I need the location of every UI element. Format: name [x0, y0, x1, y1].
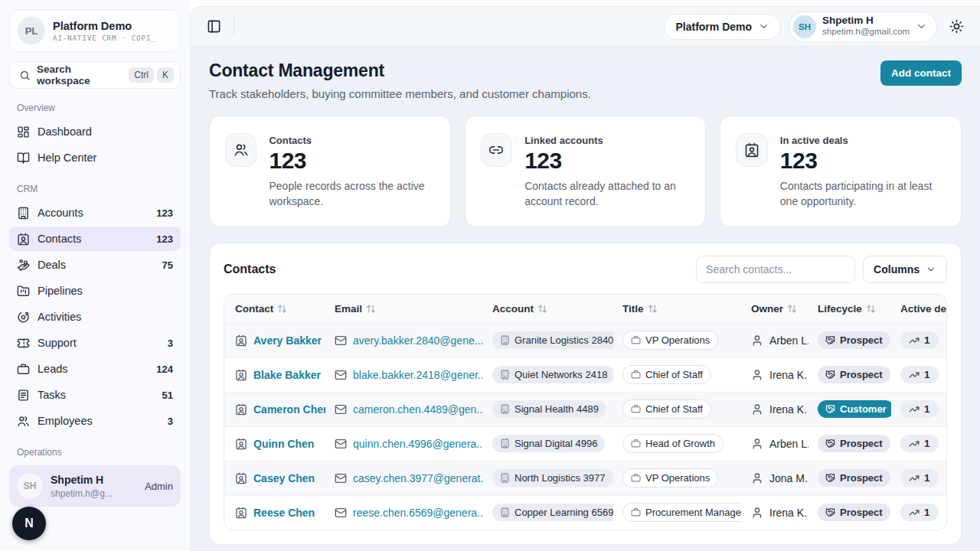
contact-link[interactable]: Reese Chen — [253, 507, 315, 519]
briefcase-icon — [631, 507, 641, 517]
sort-icon[interactable] — [866, 304, 876, 314]
page-subtitle: Track stakeholders, buying committee mem… — [209, 87, 591, 100]
trending-up-icon — [909, 473, 920, 484]
add-contact-button[interactable]: Add contact — [880, 60, 962, 86]
columns-button[interactable]: Columns — [863, 256, 947, 283]
building-icon — [500, 439, 510, 448]
main-panel: Platform Demo SH Shpetim H shpetim.h@gma… — [190, 6, 980, 551]
handshake-icon — [825, 439, 835, 448]
email-link[interactable]: reese.chen.6569@genera... — [353, 507, 483, 519]
sidebar-toggle-button[interactable] — [203, 16, 224, 37]
table-row: Quinn Chen quinn.chen.4996@genera... Sig… — [224, 426, 947, 461]
account-pill[interactable]: Signal Health 4489 — [492, 400, 606, 418]
stat-description: Contacts already attached to an account … — [524, 178, 690, 210]
sidebar-item-support[interactable]: Support 3 — [9, 331, 181, 355]
handshake-icon — [825, 404, 835, 414]
lifecycle-badge: Prospect — [818, 469, 890, 487]
sidebar-item-leads[interactable]: Leads 124 — [9, 357, 181, 381]
email-link[interactable]: avery.bakker.2840@gene... — [353, 334, 483, 347]
sidebar-item-employees[interactable]: Employees 3 — [9, 409, 181, 433]
lifecycle-badge: Prospect — [818, 331, 890, 349]
floating-n-button[interactable]: N — [12, 507, 46, 540]
search-icon — [19, 70, 31, 81]
building-icon — [500, 370, 510, 380]
building-icon — [17, 207, 30, 220]
sidebar-item-dashboard[interactable]: Dashboard — [9, 119, 181, 144]
contact-link[interactable]: Avery Bakker — [253, 334, 322, 347]
trending-up-icon — [909, 335, 920, 346]
sort-icon[interactable] — [537, 304, 547, 314]
briefcase-icon — [631, 439, 641, 448]
sort-icon[interactable] — [366, 304, 376, 314]
user-icon — [751, 334, 763, 347]
owner-name: Irena K. — [769, 507, 807, 519]
link-icon — [488, 142, 504, 158]
account-pill[interactable]: North Logistics 3977 — [492, 469, 613, 487]
email-link[interactable]: cameron.chen.4489@gen... — [353, 403, 483, 416]
contact-link[interactable]: Quinn Chen — [253, 438, 314, 450]
user-icon — [751, 403, 763, 416]
section-crm: CRM — [17, 184, 173, 194]
sidebar-item-tasks[interactable]: Tasks 51 — [9, 383, 181, 407]
key-ctrl: Ctrl — [129, 67, 154, 83]
user-menu-button[interactable]: SH Shpetim H shpetim.h@gmail.com — [789, 11, 937, 42]
table-row: Avery Bakker avery.bakker.2840@gene... G… — [224, 323, 947, 357]
title-pill: VP Operations — [622, 468, 718, 487]
sort-icon[interactable] — [277, 304, 287, 314]
workspace-search[interactable]: Search workspace CtrlK — [9, 61, 181, 89]
owner-name: Irena K. — [769, 369, 807, 381]
user-icon — [751, 472, 763, 484]
page-content: Contact Management Track stakeholders, b… — [191, 47, 980, 551]
active-deals-pill: 1 — [900, 469, 939, 487]
chevron-down-icon — [926, 264, 936, 275]
lifecycle-badge: Prospect — [818, 435, 890, 452]
trending-up-icon — [909, 439, 920, 449]
section-operations: Operations — [17, 447, 173, 458]
email-link[interactable]: blake.bakker.2418@gener... — [353, 369, 483, 381]
sort-icon[interactable] — [648, 304, 658, 314]
contact-card-icon — [235, 334, 247, 347]
deals-count: 75 — [162, 259, 173, 271]
stat-label: In active deals — [780, 135, 946, 146]
account-pill[interactable]: Quiet Networks 2418 — [492, 366, 613, 383]
search-contacts-input[interactable] — [696, 256, 855, 283]
account-pill[interactable]: Copper Learning 6569 — [492, 504, 613, 521]
search-label: Search workspace — [37, 64, 122, 86]
mail-icon — [335, 472, 347, 484]
sort-icon[interactable] — [787, 304, 797, 314]
sidebar-item-accounts[interactable]: Accounts 123 — [9, 201, 181, 225]
email-link[interactable]: quinn.chen.4996@genera... — [353, 438, 483, 450]
key-k: K — [157, 67, 174, 83]
account-pill[interactable]: Signal Digital 4996 — [492, 435, 605, 452]
contact-link[interactable]: Blake Bakker — [253, 369, 321, 381]
section-overview: Overview — [17, 103, 173, 113]
sidebar-item-help-center[interactable]: Help Center — [9, 145, 181, 170]
dashboard-icon — [17, 126, 30, 139]
active-deals-pill: 1 — [900, 504, 939, 521]
sidebar-item-pipelines[interactable]: Pipelines — [9, 279, 181, 303]
workspace-switcher-label: Platform Demo — [675, 21, 752, 33]
workspace-switcher-button[interactable]: Platform Demo — [664, 14, 781, 40]
sidebar-user-card[interactable]: SH Shpetim H shpetim.h@g... Admin — [9, 465, 181, 507]
title-pill: Head of Growth — [622, 434, 724, 453]
sidebar-item-activities[interactable]: Activities — [9, 305, 181, 329]
stats-row: Contacts 123 People records across the a… — [209, 116, 962, 227]
contact-link[interactable]: Cameron Chen — [253, 403, 325, 416]
handshake-icon — [825, 473, 835, 483]
stat-value: 123 — [780, 148, 946, 174]
sidebar-item-contacts[interactable]: Contacts 123 — [9, 227, 181, 251]
workspace-subtitle: AI-NATIVE CRM · COPI_ — [53, 34, 156, 42]
panel-left-icon — [207, 19, 221, 34]
email-link[interactable]: casey.chen.3977@generat... — [353, 472, 483, 484]
contact-link[interactable]: Casey Chen — [253, 472, 315, 484]
account-pill[interactable]: Granite Logistics 2840 — [492, 331, 613, 349]
topbar-divider — [234, 18, 234, 35]
building-icon — [500, 404, 510, 414]
sidebar-item-deals[interactable]: Deals 75 — [9, 253, 181, 277]
workspace-card[interactable]: PL Platform Demo AI-NATIVE CRM · COPI_ — [9, 9, 181, 52]
lifecycle-badge: Customer — [818, 400, 891, 418]
theme-toggle-button[interactable] — [945, 15, 968, 38]
title-pill: Procurement Manager — [622, 503, 742, 522]
trending-up-icon — [909, 404, 920, 415]
table-row: Blake Bakker blake.bakker.2418@gener... … — [224, 357, 947, 392]
